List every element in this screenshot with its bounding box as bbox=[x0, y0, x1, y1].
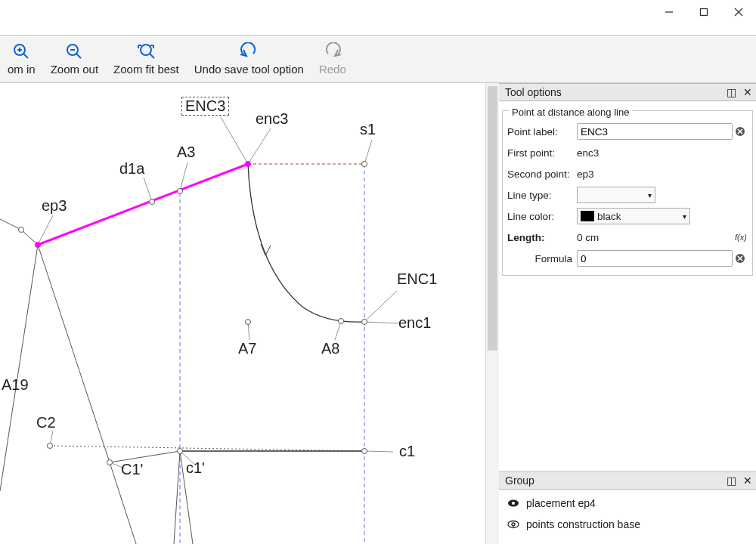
svg-line-9 bbox=[76, 54, 81, 58]
second-point-val: ep3 bbox=[577, 168, 594, 180]
label-A7: A7 bbox=[238, 340, 256, 357]
point-A7[interactable] bbox=[245, 319, 251, 325]
drawing-canvas[interactable]: ENC3 enc3 s1 A3 d1a ep3 ENC1 enc1 A7 A8 … bbox=[0, 83, 499, 544]
point-c1[interactable] bbox=[361, 448, 367, 454]
maximize-button[interactable] bbox=[686, 0, 721, 24]
redo-label: Redo bbox=[319, 63, 346, 76]
zoom-out-label: Zoom out bbox=[51, 63, 98, 76]
chevron-down-icon: ▾ bbox=[648, 191, 652, 199]
undo-button[interactable]: Undo save tool option bbox=[187, 36, 311, 82]
zoom-in-icon bbox=[12, 42, 30, 61]
zoom-fit-button[interactable]: Zoom fit best bbox=[106, 36, 187, 82]
group-row-label: placement ep4 bbox=[526, 497, 596, 509]
close-panel-icon[interactable]: ✕ bbox=[739, 472, 756, 489]
undock-icon[interactable]: ◫ bbox=[723, 84, 739, 100]
label-A3: A3 bbox=[177, 144, 195, 161]
point-A8[interactable] bbox=[338, 318, 344, 324]
group-title: Group bbox=[505, 474, 534, 487]
label-s1: s1 bbox=[360, 121, 376, 138]
point-A3[interactable] bbox=[177, 188, 183, 194]
zoom-out-button[interactable]: Zoom out bbox=[43, 36, 106, 82]
redo-icon bbox=[324, 42, 342, 61]
tool-options-header: Tool options ◫ ✕ bbox=[499, 83, 756, 101]
selected-label-ENC3[interactable]: ENC3 bbox=[181, 97, 229, 116]
point-aux1[interactable] bbox=[18, 227, 24, 233]
minimize-button[interactable] bbox=[652, 0, 686, 24]
eye-outline-icon[interactable] bbox=[507, 520, 520, 529]
tool-options-title: Tool options bbox=[505, 86, 562, 98]
svg-rect-1 bbox=[701, 9, 708, 16]
point-c1p[interactable] bbox=[177, 448, 183, 454]
zoom-in-button[interactable]: om in bbox=[0, 36, 43, 82]
label-ENC1: ENC1 bbox=[397, 270, 437, 288]
group-row[interactable]: placement ep4 bbox=[500, 493, 754, 514]
svg-line-33 bbox=[221, 117, 248, 164]
group-header: Group ◫ ✕ bbox=[499, 471, 756, 490]
second-point-lbl: Second point: bbox=[507, 168, 577, 180]
point-s1[interactable] bbox=[361, 161, 367, 167]
color-swatch bbox=[581, 211, 594, 221]
point-d1a[interactable] bbox=[149, 199, 155, 205]
svg-line-40 bbox=[364, 322, 401, 323]
label-ep3: ep3 bbox=[42, 197, 67, 215]
undock-icon[interactable]: ◫ bbox=[723, 472, 739, 489]
svg-line-5 bbox=[23, 54, 28, 58]
redo-button: Redo bbox=[311, 36, 354, 82]
group-row-label: points construction base bbox=[526, 518, 640, 530]
eye-icon[interactable] bbox=[507, 499, 520, 508]
formula-lbl: Formula bbox=[507, 253, 577, 264]
zoom-fit-icon bbox=[137, 42, 155, 61]
svg-point-57 bbox=[512, 523, 515, 526]
label-enc1: enc1 bbox=[398, 314, 431, 332]
svg-text:f(x): f(x) bbox=[735, 233, 746, 242]
length-val: 0 cm bbox=[577, 232, 599, 243]
first-point-lbl: First point: bbox=[507, 147, 577, 159]
close-panel-icon[interactable]: ✕ bbox=[739, 84, 756, 100]
point-ep3[interactable] bbox=[35, 242, 41, 248]
point-label-lbl: Point label: bbox=[507, 126, 577, 138]
line-type-lbl: Line type: bbox=[507, 190, 577, 201]
line-type-combo[interactable]: ▾ bbox=[577, 187, 655, 203]
line-color-combo[interactable]: black ▾ bbox=[577, 208, 690, 224]
label-enc3: enc3 bbox=[256, 110, 288, 128]
label-c1: c1 bbox=[399, 443, 415, 460]
svg-line-32 bbox=[0, 446, 50, 459]
svg-line-12 bbox=[150, 54, 154, 58]
formula-input[interactable] bbox=[577, 250, 733, 267]
group-row[interactable]: points construction base bbox=[500, 514, 754, 535]
length-lbl: Length: bbox=[507, 232, 577, 243]
toolbar: om in Zoom out Zoom fit best Undo save t… bbox=[0, 35, 756, 83]
drawing-svg bbox=[0, 83, 499, 544]
first-point-val: enc3 bbox=[577, 147, 599, 159]
zoom-fit-label: Zoom fit best bbox=[113, 63, 179, 76]
close-button[interactable] bbox=[721, 0, 756, 24]
svg-line-27 bbox=[174, 451, 180, 544]
undo-icon bbox=[240, 42, 258, 61]
svg-line-46 bbox=[364, 451, 393, 452]
line-color-val: black bbox=[597, 211, 621, 222]
svg-line-29 bbox=[50, 446, 364, 451]
zoom-in-label: om in bbox=[8, 63, 36, 76]
svg-line-34 bbox=[248, 128, 271, 164]
point-C2[interactable] bbox=[47, 443, 53, 449]
clear-icon[interactable] bbox=[733, 251, 748, 266]
label-C2: C2 bbox=[36, 414, 56, 431]
zoom-out-icon bbox=[65, 42, 83, 61]
clear-icon[interactable] bbox=[733, 124, 748, 139]
point-enc1[interactable] bbox=[361, 319, 367, 325]
canvas-scrollbar[interactable] bbox=[485, 83, 499, 544]
svg-line-35 bbox=[364, 140, 372, 164]
undo-label: Undo save tool option bbox=[194, 63, 304, 76]
svg-line-25 bbox=[110, 451, 180, 462]
label-A8: A8 bbox=[321, 340, 339, 357]
label-c1p: c1' bbox=[186, 459, 205, 477]
point-C1p[interactable] bbox=[107, 459, 113, 465]
point-enc3[interactable] bbox=[245, 161, 251, 167]
point-label-input[interactable] bbox=[577, 123, 733, 140]
svg-point-55 bbox=[512, 502, 515, 505]
formula-fx-icon[interactable]: f(x) bbox=[733, 230, 748, 245]
chevron-down-icon: ▾ bbox=[683, 212, 686, 221]
label-d1a: d1a bbox=[119, 160, 144, 178]
svg-point-56 bbox=[508, 521, 519, 528]
tool-legend: Point at distance along line bbox=[509, 107, 632, 118]
